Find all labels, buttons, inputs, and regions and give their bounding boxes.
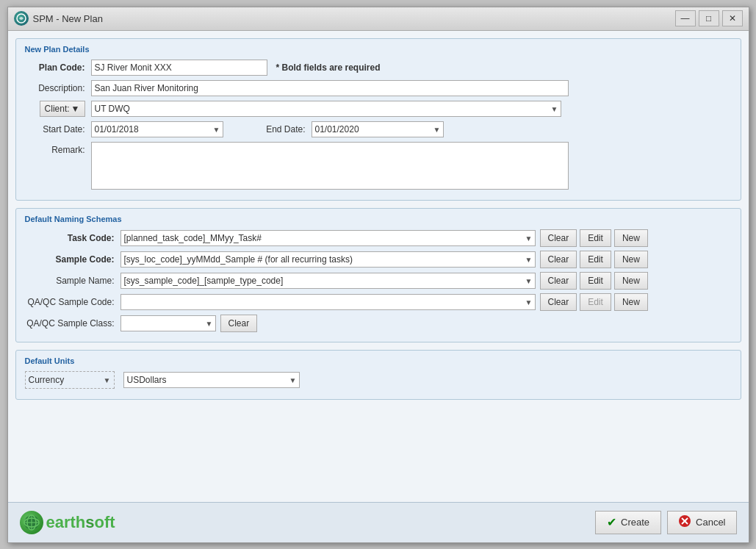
remark-textarea[interactable] xyxy=(91,142,569,190)
sample-code-select[interactable]: [sys_loc_code]_yyMMdd_Sample # (for all … xyxy=(120,251,536,268)
qa-sample-code-label: QA/QC Sample Code: xyxy=(25,297,120,307)
qa-sample-code-row: QA/QC Sample Code: ▼ Clear Edit New xyxy=(25,293,732,311)
content-area: New Plan Details Plan Code: * Bold field… xyxy=(8,31,749,502)
sample-code-new-button[interactable]: New xyxy=(614,251,648,268)
qa-sample-class-select[interactable] xyxy=(120,315,216,331)
naming-section-title: Default Naming Schemas xyxy=(25,215,732,223)
required-note: * Bold fields are required xyxy=(276,62,381,73)
units-value-select[interactable]: USDollars xyxy=(123,372,300,388)
sample-name-new-button[interactable]: New xyxy=(614,272,648,290)
footer-buttons: ✔ Create Cancel xyxy=(595,511,736,534)
sample-name-edit-button[interactable]: Edit xyxy=(580,272,611,290)
qa-sample-code-edit-button[interactable]: Edit xyxy=(580,293,611,311)
close-button[interactable]: ✕ xyxy=(722,10,743,26)
task-code-select[interactable]: [planned_task_code]_MMyy_Task# xyxy=(120,230,536,246)
qa-sample-code-buttons: Clear Edit New xyxy=(540,293,648,311)
client-dropdown-arrow: ▼ xyxy=(71,104,80,114)
description-label: Description: xyxy=(25,83,91,93)
maximize-button[interactable]: □ xyxy=(699,10,719,26)
logo-icon xyxy=(20,511,43,534)
qa-sample-class-clear-button[interactable]: Clear xyxy=(220,315,258,332)
footer: earthsoft ✔ Create Cancel xyxy=(8,502,749,542)
cancel-label: Cancel xyxy=(696,517,725,528)
task-code-clear-button[interactable]: Clear xyxy=(540,229,577,247)
end-date-wrapper: 01/01/2020 ▼ xyxy=(312,121,444,137)
sample-name-clear-button[interactable]: Clear xyxy=(540,272,577,290)
client-label-button[interactable]: Client: ▼ xyxy=(40,101,85,117)
sample-name-row: Sample Name: [sys_sample_code]_[sample_t… xyxy=(25,272,732,290)
task-code-buttons: Clear Edit New xyxy=(540,229,648,247)
minimize-button[interactable]: — xyxy=(675,10,696,26)
sample-code-wrapper: [sys_loc_code]_yyMMdd_Sample # (for all … xyxy=(120,251,536,268)
create-check-icon: ✔ xyxy=(607,515,616,529)
sample-code-label: Sample Code: xyxy=(25,254,120,265)
sample-name-label: Sample Name: xyxy=(25,276,120,286)
sample-code-clear-button[interactable]: Clear xyxy=(540,251,577,268)
qa-sample-code-new-button[interactable]: New xyxy=(614,293,648,311)
sample-name-select[interactable]: [sys_sample_code]_[sample_type_code] xyxy=(120,273,536,289)
main-window: SPM - New Plan — □ ✕ New Plan Details Pl… xyxy=(7,7,749,543)
task-code-label: Task Code: xyxy=(25,233,120,243)
sample-code-row: Sample Code: [sys_loc_code]_yyMMdd_Sampl… xyxy=(25,251,732,268)
units-dropdown-wrapper: Currency ▼ USDollars ▼ xyxy=(25,371,300,389)
title-bar: SPM - New Plan — □ ✕ xyxy=(8,7,749,31)
remark-label: Remark: xyxy=(25,142,91,155)
section-plan-title: New Plan Details xyxy=(25,45,732,54)
dates-row: Start Date: 01/01/2018 ▼ End Date: 01/01… xyxy=(25,121,732,137)
window-title: SPM - New Plan xyxy=(33,13,103,24)
task-code-edit-button[interactable]: Edit xyxy=(580,229,611,247)
units-section-title: Default Units xyxy=(25,356,732,365)
section-naming: Default Naming Schemas Task Code: [plann… xyxy=(15,208,741,342)
client-dropdown-wrapper: UT DWQ ▼ xyxy=(91,101,561,117)
sample-name-wrapper: [sys_sample_code]_[sample_type_code] ▼ xyxy=(120,273,536,289)
client-select[interactable]: UT DWQ xyxy=(91,101,561,117)
start-date-select[interactable]: 01/01/2018 xyxy=(91,121,223,137)
end-date-label: End Date: xyxy=(245,124,312,134)
qa-sample-class-row: QA/QC Sample Class: ▼ Clear xyxy=(25,315,732,332)
section-units: Default Units Currency ▼ USDollars ▼ xyxy=(15,350,741,400)
sample-code-buttons: Clear Edit New xyxy=(540,251,648,268)
task-code-wrapper: [planned_task_code]_MMyy_Task# ▼ xyxy=(120,230,536,246)
qa-sample-code-wrapper: ▼ xyxy=(120,294,536,310)
end-date-select[interactable]: 01/01/2020 xyxy=(312,121,444,137)
qa-sample-code-clear-button[interactable]: Clear xyxy=(540,293,577,311)
start-date-wrapper: 01/01/2018 ▼ xyxy=(91,121,223,137)
client-label-text: Client: xyxy=(45,104,70,114)
qa-sample-code-select[interactable] xyxy=(120,294,536,310)
sample-name-buttons: Clear Edit New xyxy=(540,272,648,290)
logo-text: earthsoft xyxy=(46,513,115,532)
start-date-label: Start Date: xyxy=(25,124,91,134)
units-value-wrapper: USDollars ▼ xyxy=(123,372,300,388)
units-type-wrapper: Currency ▼ xyxy=(25,371,115,389)
logo-area: earthsoft xyxy=(20,511,115,534)
create-button[interactable]: ✔ Create xyxy=(595,511,661,534)
remark-row: Remark: xyxy=(25,142,732,190)
plan-code-input[interactable] xyxy=(91,60,267,76)
plan-code-label: Plan Code: xyxy=(25,62,91,73)
units-row: Currency ▼ USDollars ▼ xyxy=(25,371,732,389)
qa-sample-class-wrapper: ▼ xyxy=(120,315,216,331)
client-row: Client: ▼ UT DWQ ▼ xyxy=(25,101,732,117)
sample-code-edit-button[interactable]: Edit xyxy=(580,251,611,268)
app-icon xyxy=(14,11,29,26)
plan-code-row: Plan Code: * Bold fields are required xyxy=(25,60,732,76)
task-code-row: Task Code: [planned_task_code]_MMyy_Task… xyxy=(25,229,732,247)
description-input[interactable] xyxy=(91,80,569,96)
section-plan-details: New Plan Details Plan Code: * Bold field… xyxy=(15,38,741,201)
title-controls: — □ ✕ xyxy=(675,10,743,26)
cancel-x-icon xyxy=(678,514,691,530)
description-row: Description: xyxy=(25,80,732,96)
cancel-button[interactable]: Cancel xyxy=(667,511,736,534)
task-code-new-button[interactable]: New xyxy=(614,229,648,247)
create-label: Create xyxy=(621,517,649,528)
qa-sample-class-label: QA/QC Sample Class: xyxy=(25,318,120,329)
title-bar-left: SPM - New Plan xyxy=(14,11,103,26)
units-type-select[interactable]: Currency xyxy=(26,372,114,388)
